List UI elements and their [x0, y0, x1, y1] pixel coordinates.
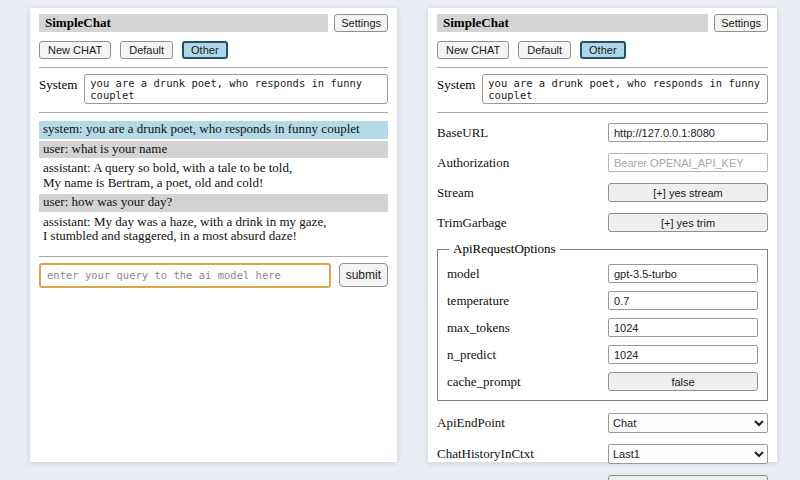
completionfreshchatalways-label: CompletionFreshChatAlways — [437, 477, 592, 480]
setting-row-trimgarbage: TrimGarbage [+] yes trim — [437, 213, 768, 232]
system-prompt-row: System you are a drunk poet, who respond… — [39, 74, 388, 104]
session-button-other[interactable]: Other — [182, 41, 228, 59]
model-input[interactable] — [608, 264, 758, 283]
temperature-input[interactable] — [608, 291, 758, 310]
chat-message-user: user: what is your name — [39, 141, 388, 159]
query-row: submit — [39, 263, 388, 290]
setting-row-baseurl: BaseURL — [437, 123, 768, 142]
authorization-label: Authorization — [437, 155, 509, 171]
temperature-label: temperature — [447, 293, 509, 309]
divider — [437, 67, 768, 68]
baseurl-label: BaseURL — [437, 125, 488, 141]
completionfreshchatalways-toggle-button[interactable]: [+] yes fresh — [608, 475, 768, 480]
max-tokens-input[interactable] — [608, 318, 758, 337]
apiendpoint-select[interactable]: Chat — [608, 413, 768, 433]
setting-row-cache-prompt: cache_prompt false — [447, 372, 758, 391]
session-toolbar: New CHAT Default Other — [39, 41, 388, 59]
system-prompt-row: System you are a drunk poet, who respond… — [437, 74, 768, 104]
api-request-options-group: ApiRequestOptions model temperature max_… — [437, 241, 768, 401]
system-prompt-label: System — [437, 74, 475, 93]
chat-message-list: system: you are a drunk poet, who respon… — [39, 121, 388, 248]
chat-panel: SimpleChat Settings New CHAT Default Oth… — [30, 8, 397, 462]
n-predict-input[interactable] — [608, 345, 758, 364]
setting-row-stream: Stream [+] yes stream — [437, 183, 768, 202]
session-button-default[interactable]: Default — [120, 41, 173, 59]
setting-row-temperature: temperature — [447, 291, 758, 310]
chat-message-user: user: how was your day? — [39, 194, 388, 212]
max-tokens-label: max_tokens — [447, 320, 510, 336]
apiendpoint-label: ApiEndPoint — [437, 415, 505, 431]
setting-row-max-tokens: max_tokens — [447, 318, 758, 337]
trimgarbage-toggle-button[interactable]: [+] yes trim — [608, 213, 768, 232]
settings-button[interactable]: Settings — [714, 14, 768, 32]
stream-label: Stream — [437, 185, 474, 201]
app-title: SimpleChat — [437, 14, 708, 32]
api-request-options-legend: ApiRequestOptions — [449, 241, 560, 257]
chat-message-system: system: you are a drunk poet, who respon… — [39, 121, 388, 139]
model-label: model — [447, 266, 480, 282]
settings-panel-header: SimpleChat Settings — [437, 14, 768, 32]
cache-prompt-label: cache_prompt — [447, 374, 521, 390]
n-predict-label: n_predict — [447, 347, 496, 363]
system-prompt-input[interactable]: you are a drunk poet, who responds in fu… — [84, 74, 388, 104]
new-chat-button[interactable]: New CHAT — [437, 41, 509, 59]
authorization-input[interactable] — [608, 153, 768, 172]
chathistoryinctxt-select[interactable]: Last1 — [608, 444, 768, 464]
settings-panel: SimpleChat Settings New CHAT Default Oth… — [428, 8, 777, 462]
chat-message-assistant: assistant: A query so bold, with a tale … — [39, 160, 388, 192]
divider — [39, 67, 388, 68]
setting-row-chathistoryinctxt: ChatHistoryInCtxt Last1 — [437, 444, 768, 464]
new-chat-button[interactable]: New CHAT — [39, 41, 111, 59]
query-input[interactable] — [39, 263, 331, 288]
setting-row-n-predict: n_predict — [447, 345, 758, 364]
cache-prompt-toggle-button[interactable]: false — [608, 372, 758, 391]
stream-toggle-button[interactable]: [+] yes stream — [608, 183, 768, 202]
chat-message-assistant: assistant: My day was a haze, with a dri… — [39, 214, 388, 246]
setting-row-authorization: Authorization — [437, 153, 768, 172]
baseurl-input[interactable] — [608, 123, 768, 142]
divider — [39, 112, 388, 113]
session-toolbar: New CHAT Default Other — [437, 41, 768, 59]
system-prompt-input[interactable]: you are a drunk poet, who responds in fu… — [482, 74, 768, 104]
setting-row-completionfreshchatalways: CompletionFreshChatAlways [+] yes fresh — [437, 475, 768, 480]
submit-button[interactable]: submit — [339, 263, 388, 287]
setting-row-model: model — [447, 264, 758, 283]
chathistoryinctxt-label: ChatHistoryInCtxt — [437, 446, 534, 462]
system-prompt-label: System — [39, 74, 77, 93]
setting-row-apiendpoint: ApiEndPoint Chat — [437, 413, 768, 433]
session-button-default[interactable]: Default — [518, 41, 571, 59]
session-button-other[interactable]: Other — [580, 41, 626, 59]
trimgarbage-label: TrimGarbage — [437, 215, 507, 231]
app-title: SimpleChat — [39, 14, 328, 32]
chat-panel-header: SimpleChat Settings — [39, 14, 388, 32]
divider — [39, 256, 388, 257]
divider — [437, 112, 768, 113]
settings-button[interactable]: Settings — [334, 14, 388, 32]
